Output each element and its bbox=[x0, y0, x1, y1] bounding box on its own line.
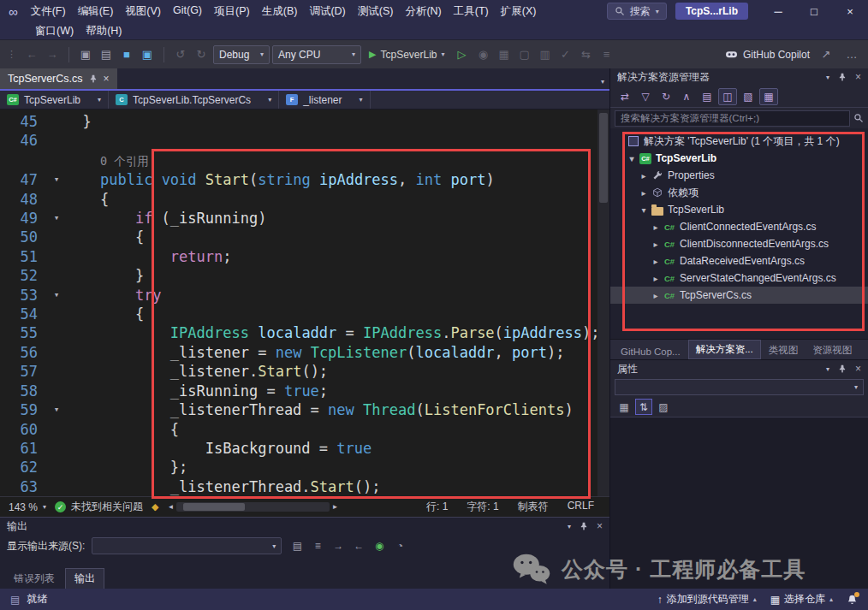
fold-arrow-icon[interactable]: ▾ bbox=[48, 400, 65, 419]
close-button[interactable]: × bbox=[832, 0, 868, 22]
sync-with-active-document-icon[interactable]: ⇄ bbox=[615, 88, 634, 105]
scrollbar-thumb[interactable] bbox=[183, 503, 245, 511]
window-menu-icon[interactable]: ▾ bbox=[826, 74, 829, 81]
menu-item[interactable]: 分析(N) bbox=[399, 2, 447, 21]
redo-icon[interactable]: ↻ bbox=[192, 45, 211, 64]
show-all-files-icon[interactable]: ▤ bbox=[698, 88, 716, 105]
scrollbar-thumb[interactable] bbox=[599, 113, 608, 203]
expander-right-icon[interactable]: ▸ bbox=[650, 222, 662, 232]
indentation-indicator[interactable]: 制表符 bbox=[518, 500, 549, 514]
property-pages-icon[interactable]: ▨ bbox=[655, 399, 672, 415]
tree-item[interactable]: ▾C#TcpSeverLib bbox=[610, 150, 868, 167]
minimize-button[interactable]: ─ bbox=[760, 0, 796, 22]
menu-item[interactable]: 窗口(W) bbox=[29, 21, 80, 41]
expander-right-icon[interactable]: ▸ bbox=[650, 274, 662, 283]
menu-item[interactable]: 编辑(E) bbox=[72, 2, 120, 21]
codelens-references[interactable]: 0 个引用 bbox=[100, 154, 149, 168]
tree-item[interactable]: ▸C#ServerStateChangedEventArgs.cs bbox=[610, 269, 868, 287]
outdent-icon[interactable]: ← bbox=[350, 537, 367, 554]
column-guides-icon[interactable]: ▥ bbox=[536, 45, 555, 64]
menu-item[interactable]: 文件(F) bbox=[25, 2, 72, 21]
panel-tab[interactable]: 错误列表 bbox=[5, 569, 63, 589]
output-source-dropdown[interactable]: ▾ bbox=[92, 537, 282, 554]
feedback-menu-icon[interactable]: … bbox=[842, 45, 861, 64]
fold-arrow-icon[interactable]: ▾ bbox=[48, 286, 65, 305]
toolbox-icon[interactable]: ▦ bbox=[495, 45, 514, 64]
notifications-button[interactable] bbox=[847, 594, 858, 606]
refresh-icon[interactable]: ↻ bbox=[657, 88, 675, 105]
close-panel-icon[interactable]: × bbox=[855, 71, 861, 83]
menu-item[interactable]: 调试(D) bbox=[303, 2, 351, 21]
zoom-dropdown[interactable]: 143 % ▾ bbox=[9, 501, 46, 513]
menu-item[interactable]: Git(G) bbox=[167, 2, 208, 21]
solution-search-input[interactable] bbox=[615, 110, 850, 127]
search-box[interactable]: 搜索 ▾ bbox=[607, 3, 667, 20]
panel-tab[interactable]: 输出 bbox=[65, 568, 104, 589]
expander-right-icon[interactable]: ▸ bbox=[650, 291, 662, 300]
tree-item[interactable]: ▸C#ClientDisconnectedEventArgs.cs bbox=[610, 235, 868, 252]
configuration-dropdown[interactable]: Debug ▾ bbox=[213, 45, 270, 64]
fold-arrow-icon[interactable]: ▾ bbox=[48, 209, 65, 228]
pin-icon[interactable] bbox=[838, 72, 847, 82]
menu-item[interactable]: 扩展(X) bbox=[495, 2, 543, 21]
start-debugging-button[interactable]: ▶ TcpSeverLib ▾ bbox=[364, 44, 450, 65]
window-menu-icon[interactable]: ▾ bbox=[568, 523, 571, 530]
close-tab-icon[interactable]: × bbox=[104, 73, 110, 85]
share-icon[interactable]: ↗ bbox=[817, 45, 835, 64]
menu-item[interactable]: 帮助(H) bbox=[80, 21, 128, 41]
tab-tcpservercs[interactable]: TcpServerCs.cs × bbox=[0, 68, 117, 89]
close-panel-icon[interactable]: × bbox=[855, 363, 861, 375]
scroll-right-icon[interactable]: ► bbox=[332, 503, 339, 511]
navigate-forward-icon[interactable]: → bbox=[43, 45, 62, 64]
window-menu-icon[interactable]: ▾ bbox=[826, 365, 829, 373]
profiler-icon[interactable]: ◉ bbox=[474, 45, 493, 64]
code-area[interactable]: 45 }46 0 个引用47▾ public void Start(string… bbox=[0, 110, 609, 496]
tree-item[interactable]: ▸C#DataReceivedEventArgs.cs bbox=[610, 252, 868, 269]
compare-files-icon[interactable]: ⇆ bbox=[577, 45, 596, 64]
close-panel-icon[interactable]: × bbox=[597, 520, 603, 532]
menu-item[interactable]: 生成(B) bbox=[256, 2, 304, 21]
history-icon[interactable]: ◔ bbox=[391, 537, 408, 554]
new-item-icon[interactable]: ▢ bbox=[515, 45, 534, 64]
open-folder-icon[interactable]: ▤ bbox=[97, 45, 116, 64]
panel-tab[interactable]: 资源视图 bbox=[806, 341, 859, 359]
expander-down-icon[interactable]: ▾ bbox=[626, 154, 638, 163]
expander-right-icon[interactable]: ▸ bbox=[638, 171, 650, 181]
pin-icon[interactable] bbox=[89, 74, 98, 84]
panel-tab[interactable]: 类视图 bbox=[762, 341, 806, 359]
spell-check-icon[interactable]: ✓ bbox=[556, 45, 575, 64]
menu-item[interactable]: 项目(P) bbox=[208, 2, 256, 21]
tree-item[interactable]: 解决方案 'TcpSeverLib' (1 个项目，共 1 个) bbox=[610, 133, 868, 150]
tree-item[interactable]: ▸Properties bbox=[610, 167, 868, 184]
menu-item[interactable]: 视图(V) bbox=[119, 2, 167, 21]
menu-item[interactable]: 工具(T) bbox=[448, 2, 495, 21]
panel-tab[interactable]: GitHub Cop... bbox=[614, 344, 687, 359]
breadcrumb-segment[interactable]: CTcpSeverLib.TcpServerCs▾ bbox=[109, 91, 279, 109]
switch-views-icon[interactable]: ▦ bbox=[759, 88, 778, 105]
save-icon[interactable]: ■ bbox=[117, 45, 136, 64]
pending-changes-filter-icon[interactable]: ▽ bbox=[636, 88, 655, 105]
tree-item[interactable]: ▸C#TcpServerCs.cs bbox=[610, 287, 868, 304]
scroll-left-icon[interactable]: ◄ bbox=[168, 503, 175, 511]
vertical-scrollbar[interactable] bbox=[597, 110, 609, 496]
tree-item[interactable]: ▸依赖项 bbox=[610, 184, 868, 201]
start-without-debugging-button[interactable]: ▷ bbox=[453, 45, 472, 64]
collapse-all-icon[interactable]: ∧ bbox=[677, 88, 696, 105]
properties-object-dropdown[interactable]: ▾ bbox=[615, 379, 864, 395]
document-list-icon[interactable]: ▾ bbox=[601, 78, 604, 86]
pin-icon[interactable] bbox=[580, 521, 588, 531]
expander-right-icon[interactable]: ▸ bbox=[650, 240, 662, 249]
menu-item[interactable]: 测试(S) bbox=[352, 2, 400, 21]
breadcrumb-segment[interactable]: C#TcpSeverLib▾ bbox=[0, 91, 109, 109]
new-window-icon[interactable]: ▣ bbox=[76, 45, 95, 64]
tree-item[interactable]: ▾TcpSeverLib bbox=[610, 201, 868, 218]
tree-item[interactable]: ▸C#ClientConnectedEventArgs.cs bbox=[610, 218, 868, 235]
word-wrap-icon[interactable]: ≡ bbox=[309, 537, 326, 554]
breadcrumb-segment[interactable]: F_listener▾ bbox=[279, 91, 370, 109]
clear-all-icon[interactable]: ▤ bbox=[288, 537, 306, 554]
autoscroll-icon[interactable]: ◉ bbox=[371, 537, 388, 554]
fold-arrow-icon[interactable]: ▾ bbox=[48, 170, 65, 189]
maximize-button[interactable]: □ bbox=[796, 0, 832, 22]
horizontal-scrollbar[interactable]: ◄ ► bbox=[168, 502, 339, 512]
platform-dropdown[interactable]: Any CPU ▾ bbox=[272, 45, 361, 64]
